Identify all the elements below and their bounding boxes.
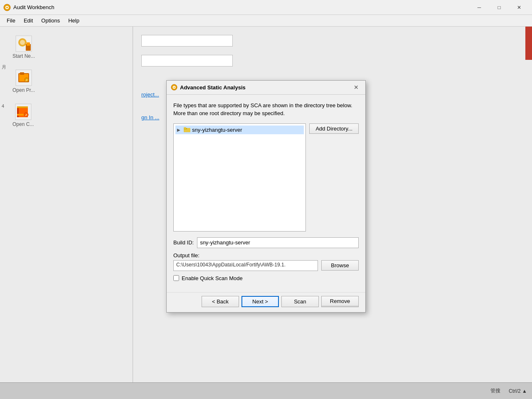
start-new-icon xyxy=(15,35,32,52)
dialog-description: File types that are supported by SCA are… xyxy=(173,101,359,118)
title-bar: Audit Workbench ─ □ ✕ xyxy=(0,0,532,15)
dialog-icon xyxy=(171,84,177,91)
output-path-display: C:\Users\10043\AppData\Local/Fortify\AWB… xyxy=(173,260,318,271)
svg-rect-6 xyxy=(27,42,30,46)
dialog-titlebar: Advanced Static Analysis ✕ xyxy=(167,81,365,95)
dialog-close-button[interactable]: ✕ xyxy=(351,82,361,92)
menu-options[interactable]: Options xyxy=(38,16,63,25)
open-project-item[interactable]: ↗ Open Pr... xyxy=(12,69,126,93)
quick-scan-checkbox[interactable] xyxy=(173,275,179,281)
open-c-item[interactable]: ↗ Open C... xyxy=(12,103,126,127)
svg-point-2 xyxy=(6,7,8,8)
right-input-1 xyxy=(141,35,233,47)
taskbar-right-text: 管搜 xyxy=(490,387,500,394)
left-numbers: 月 4 xyxy=(0,60,8,113)
build-id-input[interactable] xyxy=(197,237,359,248)
app-title: Audit Workbench xyxy=(13,4,54,10)
remove-button[interactable]: Remove xyxy=(321,296,359,306)
open-c-label: Open C... xyxy=(12,121,34,127)
window-controls: ─ □ ✕ xyxy=(470,1,529,14)
app-icon xyxy=(3,4,11,11)
menu-file[interactable]: File xyxy=(3,16,19,25)
dialog-title: Advanced Static Analysis xyxy=(180,84,246,91)
scan-button[interactable]: Scan xyxy=(281,296,319,307)
main-area: 月 4 Start Ne... xyxy=(0,27,532,399)
dialog-body: File types that are supported by SCA are… xyxy=(167,95,365,292)
dir-tree[interactable]: ▶ sny-yizhangtu-server xyxy=(173,123,306,232)
build-id-label: Build ID: xyxy=(173,239,194,246)
svg-point-7 xyxy=(20,40,25,45)
minimize-button[interactable]: ─ xyxy=(470,1,489,14)
quick-scan-label: Enable Quick Scan Mode xyxy=(182,275,243,281)
right-accent xyxy=(525,27,532,60)
start-new-label: Start Ne... xyxy=(12,53,35,59)
dir-tree-buttons: Add Directory... Remove xyxy=(309,123,359,232)
svg-point-23 xyxy=(174,87,175,88)
maximize-button[interactable]: □ xyxy=(490,1,509,14)
right-input-2 xyxy=(141,55,233,66)
tree-expand-icon: ▶ xyxy=(177,128,182,132)
svg-rect-17 xyxy=(17,106,28,108)
svg-rect-27 xyxy=(184,128,190,132)
folder-icon xyxy=(184,127,190,133)
tree-item-sny-server[interactable]: ▶ sny-yizhangtu-server xyxy=(175,126,304,134)
close-button[interactable]: ✕ xyxy=(510,1,529,14)
output-file-label: Output file: xyxy=(173,252,359,259)
tree-item-label: sny-yizhangtu-server xyxy=(192,127,242,133)
menu-bar: File Edit Options Help xyxy=(0,15,532,27)
start-new-item[interactable]: Start Ne... xyxy=(12,35,126,59)
add-directory-button[interactable]: Add Directory... xyxy=(309,123,359,134)
advanced-static-analysis-dialog[interactable]: Advanced Static Analysis ✕ File types th… xyxy=(166,80,366,313)
back-button[interactable]: < Back xyxy=(202,296,239,307)
quick-scan-row: Enable Quick Scan Mode xyxy=(173,275,359,281)
build-id-row: Build ID: xyxy=(173,237,359,248)
open-project-icon: ↗ xyxy=(15,69,32,86)
open-project-label: Open Pr... xyxy=(12,87,35,93)
svg-rect-11 xyxy=(20,72,24,75)
taskbar: 管搜 Ctrl/2 ▲ xyxy=(0,382,532,399)
dir-tree-container: ▶ sny-yizhangtu-server xyxy=(173,123,359,232)
menu-edit[interactable]: Edit xyxy=(20,16,36,25)
taskbar-shortcut: Ctrl/2 ▲ xyxy=(509,388,527,394)
open-c-icon: ↗ xyxy=(15,103,32,121)
svg-text:↗: ↗ xyxy=(25,113,27,117)
project-link[interactable]: roject... xyxy=(141,91,159,98)
svg-text:↗: ↗ xyxy=(25,79,28,82)
sign-in-link[interactable]: gn In ... xyxy=(141,114,159,121)
output-file-row: C:\Users\10043\AppData\Local/Fortify\AWB… xyxy=(173,260,359,271)
left-panel: 月 4 Start Ne... xyxy=(0,27,133,399)
menu-help[interactable]: Help xyxy=(65,16,83,25)
next-button[interactable]: Next > xyxy=(241,296,279,307)
browse-button[interactable]: Browse xyxy=(321,260,359,271)
